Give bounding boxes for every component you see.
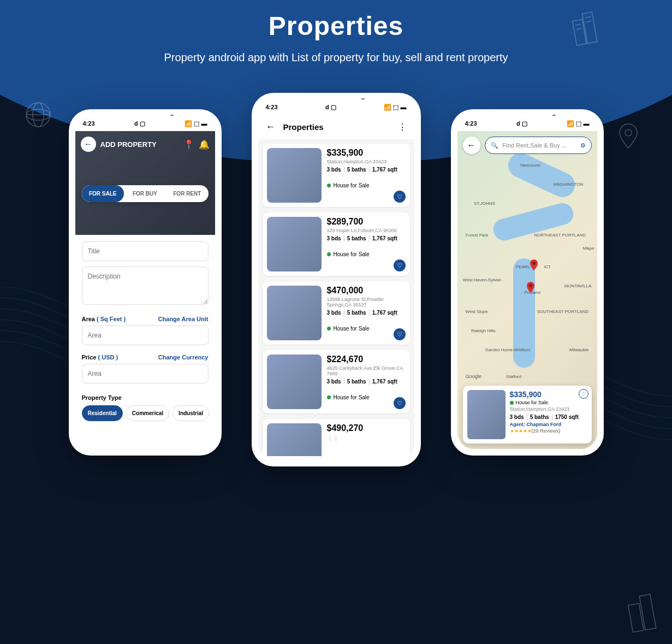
map-label: ST.JOHNS [474,201,495,206]
property-card[interactable]: $224,670 4625 Careyback Ave,Elk Grove,CA… [263,350,410,413]
listing-type-tabs: FOR SALE FOR BUY FOR RENT [82,185,209,202]
area-input[interactable] [82,326,209,345]
property-card[interactable]: $335,900 Station,Hampton,GA 23423 3 bds5… [263,144,410,207]
pill-residential[interactable]: Residential [82,405,123,421]
change-area-unit-link[interactable]: Change Area Unit [158,316,209,322]
tab-for-buy[interactable]: FOR BUY [124,185,166,202]
page-subtitle: Property android app with List of proper… [145,49,527,66]
phone-map: 4:23d ▢ 📶 ⬚ ▬ Vancouver Minnehaha ST.JOH… [451,109,604,456]
title-input[interactable] [82,241,209,261]
property-stats: 3 bds5 baths1,767 sqft [327,379,406,385]
change-currency-link[interactable]: Change Currency [158,354,209,361]
property-image [267,355,322,409]
property-stats: 3 bds5 baths1,767 sqft [327,310,406,316]
property-stats: 3 bds5 baths1,767 sqft [327,235,406,241]
tab-for-sale[interactable]: FOR SALE [82,185,124,202]
property-address: Station,Hampton,GA 23423 [327,159,406,164]
map-label: MONTAVILLA [564,283,592,288]
screen-title: Properties [283,122,390,132]
property-card[interactable]: $490,270 [263,419,410,456]
status-bar: 4:23d ▢ 📶 ⬚ ▬ [75,116,215,131]
status-bar: 4:23d ▢ 📶 ⬚ ▬ [258,99,414,115]
map-label: West Haven-Sylvan [463,277,501,282]
area-unit: ( Sq Feet ) [97,316,126,322]
location-icon[interactable]: 📍 [183,139,194,150]
property-status: House for Sale [334,182,370,188]
tab-for-rent[interactable]: FOR RENT [166,185,208,202]
description-input[interactable] [82,267,209,305]
property-address: 13598 Lagrone St,Powder Springs,GA 30127 [327,297,406,308]
search-placeholder: Find Rent,Sale & Buy ... [503,142,567,149]
property-price: $470,000 [327,286,406,296]
status-bar: 4:23d ▢ 📶 ⬚ ▬ [457,116,597,131]
property-card[interactable]: $289,700 129 Hoper Ln,Folsom,CA 95300 3 … [263,212,410,276]
property-status: House for Sale [516,400,549,405]
property-image [267,423,322,456]
property-card[interactable]: $470,000 13598 Lagrone St,Powder Springs… [263,281,410,345]
map-label: SOUTHEAST PORTLAND [537,309,588,314]
search-input[interactable]: 🔍 Find Rent,Sale & Buy ... ⚙ [485,137,592,154]
favorite-button[interactable]: ♡ [394,191,406,203]
property-stats: 3 bds5 baths1,767 sqft [327,167,406,173]
back-button[interactable]: ← [81,137,96,152]
search-icon: 🔍 [491,142,498,149]
phone-property-list: 4:23d ▢ 📶 ⬚ ▬ ← Properties ⋮ $335,900 St… [252,93,421,466]
property-stats [327,435,406,441]
page-title: Properties [0,11,672,41]
more-icon[interactable]: ⋮ [398,122,407,132]
phone-add-property: 4:23d ▢ 📶 ⬚ ▬ ← ADD PROPERTY 📍 🔔 FOR SAL… [69,109,222,456]
map-label: Milwaukie [569,347,588,352]
property-image [467,390,506,439]
svg-point-13 [532,262,536,265]
pill-industrial[interactable]: Industrial [173,405,209,421]
map-pin-icon[interactable] [527,258,540,271]
property-status: House for Sale [334,326,370,332]
svg-rect-12 [639,594,656,630]
map-label: Vancouver [520,163,541,168]
property-price: $335,900 [510,390,587,399]
rating: ★★★★★(29 Reviews) [510,428,587,434]
property-image [267,148,322,203]
map-label: Raleigh Hills [471,328,495,333]
pill-commercial[interactable]: Commerical [126,405,169,421]
property-address: 129 Hoper Ln,Folsom,CA 95300 [327,228,406,233]
property-price: $335,900 [327,148,406,158]
map-label: Mayw [583,246,594,251]
status-dot [327,252,331,256]
agent-name: Agent: Chapman Ford [510,422,587,427]
price-input[interactable] [82,364,209,383]
back-button[interactable]: ← [266,121,276,133]
property-price: $224,670 [327,355,406,364]
price-unit: ( USD ) [98,354,118,361]
status-dot [327,327,331,330]
favorite-button[interactable]: ♡ [394,397,406,409]
map-label: West Slope [466,309,488,314]
map-pin-icon[interactable] [524,281,537,294]
favorite-button[interactable]: ♡ [579,389,588,399]
map-label: ICT [544,264,551,269]
property-price: $490,270 [327,423,406,433]
map-label: Garden Home-Whitford [485,347,531,352]
property-status: House for Sale [334,251,370,257]
price-label: Price [82,354,97,361]
property-status: House for Sale [334,394,370,400]
property-type-label: Property Type [82,394,209,401]
favorite-button[interactable]: ♡ [394,328,406,340]
back-button[interactable]: ← [463,137,480,154]
area-label: Area [82,316,95,322]
favorite-button[interactable]: ♡ [394,259,406,271]
filter-icon[interactable]: ⚙ [580,142,586,149]
notification-icon[interactable]: 🔔 [199,139,210,150]
map-label: NORTHEAST PORTLAND [534,233,586,238]
property-address: Station,Hampton,GA 23423 [510,406,587,412]
svg-point-14 [529,284,532,287]
map-property-card[interactable]: $335,900 House for Sale Station,Hampton,… [463,386,592,444]
building-icon [623,589,661,633]
status-dot [327,184,331,187]
status-dot [327,395,331,399]
property-image [267,217,322,271]
property-address: 4625 Careyback Ave,Elk Grove,CA 7689 [327,365,406,376]
property-price: $289,700 [327,217,406,227]
map-label: Forest Park [466,233,488,238]
google-attribution: Google [466,374,481,379]
